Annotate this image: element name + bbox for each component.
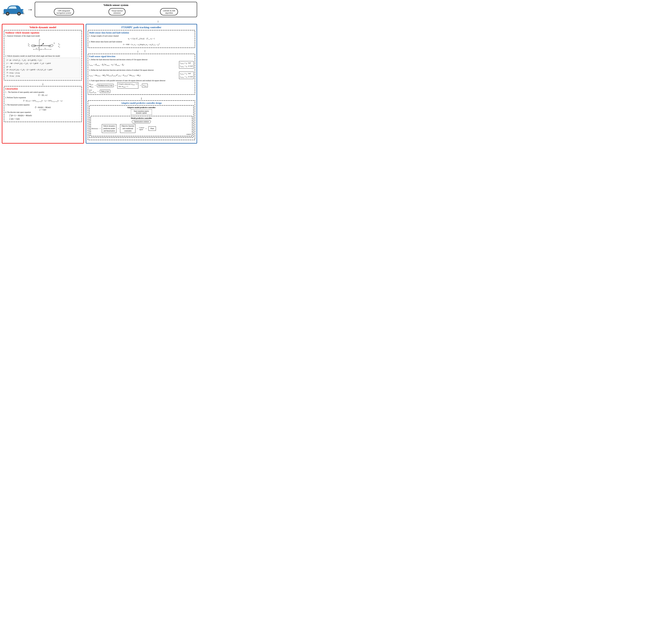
fusion-title: Multi-sensor data fusion and fault isola… [89,32,194,34]
nonlinear-title: Nonlinear vehicle dynamic equations [5,32,81,34]
svg-point-3 [7,13,9,15]
fault-eq2: γGPS,k = (ΔφGPS,k − Δφ̂i,k)T(HGPS,kPGPS,… [89,74,178,77]
mpc-title: Model predictive controller [92,117,191,119]
fault-eq2-row: γGPS,k = (ΔφGPS,k − Δφ̂i,k)T(HGPS,kPGPS,… [89,72,194,79]
svg-text:y: y [40,38,40,40]
residual-error-box: Residual error χ² test [97,84,114,87]
adaptive-inner-title: Adaptive model predictive controller [91,107,192,109]
lin-item3: 3. The linearized system equation [5,104,81,106]
main-content: Vehicle dynamic model Nonlinear vehicle … [2,24,197,144]
discrete-eqs: ⎧ ξ(k+1) = A(k)ξ(k) + B(k)u(k) ⎩ ζ(k) = … [9,114,81,121]
taylor-eq: ξ̇ = f(ξr,ur) + ∂f/∂ξ|ξ=ξr,u=ur(ξ − ξr) … [5,99,81,103]
fusion-box: Multi-sensor data fusion and fault isola… [88,30,195,48]
svg-rect-6 [23,10,24,11]
fusion-eq2: O = WMI = [w1,w2,···,wn]diag[m1,m2,···,m… [89,43,194,46]
fault-item2: 2. Define the fault detection function a… [89,69,194,71]
lin-eq3a: ξ̇ = A(t)ξ(t) + B(t)u(t) [5,106,81,108]
state-transition-box: State transition matrixdynamic update [131,109,152,115]
reference-label: Reference [92,127,98,130]
mpc-controller-box: Model predictive controller Optimization… [91,116,192,136]
left-down-arrow1: ↓ [4,82,82,86]
svg-point-5 [18,13,20,15]
svg-text:δf: δf [54,42,55,44]
lin-eq1: ξ̇ᵣ = f(ξᵣ, uᵣ) [5,94,81,96]
bidirectional-arrows: ↓ ↑ [88,49,195,53]
plant-label: Plant [151,127,154,130]
delta-phi-labels: ΔφGPS Δφ̂GPS [89,83,94,88]
fault-eq1: λGPS,k = (X̂GPS,k − X̂k)T(PGPS,k − Pk)−1… [89,63,178,66]
main-container: → Vehicle sensor system GPS integratedna… [2,2,197,144]
gps-sensor-item: GPS integratednavigation system [54,8,74,15]
main-arrow: → [27,6,33,13]
vehicle-dyn-box: Vehicle dynamicsprediction modeland line… [102,124,117,133]
nonlinear-item1: 1. Analysis Schematic of the single-trac… [5,35,81,37]
fault-detection-box: Fault sensor signal detection 1. Define … [88,54,195,95]
fault-decision-box: If fault is detected: mGPS = 0 else: mGP… [117,83,138,88]
svg-text:Lr: Lr [36,48,37,49]
fault-title: Fault sensor signal detection [89,55,194,58]
fusion-eq1: wj = 1/ [σj² Σni=1(1/σi²)] Σni=1 wi = 1 [89,37,194,40]
lin-eq3b: y = Cξ(t) [5,109,81,111]
lin-item4: 4. The discrete state space equation [5,111,81,113]
flow-row2: Ẋ, P X̂GPS,PGPS → State χ² test [89,89,194,94]
adaptive-inner-box: Adaptive model predictive controller Sta… [89,105,194,137]
sensor-items-row: GPS integratednavigation system Visual i… [37,8,195,15]
fault-flow-diagram: ΔφGPS Δφ̂GPS → Residual error χ² test → … [89,83,194,93]
svg-text:Fyf: Fyf [58,43,60,45]
optimization-solution-wrapper: Optimization solution [92,120,191,123]
state-test-box: State χ² test [100,90,110,93]
vehicle-dynamic-title: Vehicle dynamic model [4,26,82,29]
svg-text:Fxf: Fxf [58,46,60,48]
ftampc-title: FTAMPC path tracking controller [88,26,195,29]
fault-cond1: λGPS,k ≥ εβ, fault λGPS,k < εβ, no fault [179,61,194,69]
lidar-sensor-item: LIDAR SLAMalgorithm [160,8,178,15]
sensor-system-title: Vehicle sensor system [37,4,195,7]
linearization-box: Linearization 1．The function of state qu… [4,86,82,122]
obj-func-box: Objective functionand conditionalconstra… [120,124,135,133]
sensor-down-arrow: ↓ [119,19,197,23]
adaptive-title: Adaptive model predictive controller des… [89,102,194,105]
linearization-title: Linearization [5,87,81,90]
fusion-item2: 2. Multi-sensor data fusion and fault is… [89,41,194,42]
adaptive-outer-box: Adaptive model predictive controller des… [88,100,195,140]
dynamic-equations-block: ẋ = ẏφ + (2/m){CφSf − Ccf[δf − (ẏ+Lfφ̇)/… [5,58,81,78]
state-transition-box-wrapper: State transition matrixdynamic update [91,109,192,115]
mpc-bottom-row: Reference → Vehicle dynamicsprediction m… [92,124,191,133]
right-down-arrow1: ↓ [88,96,195,100]
fault-item3: 3. Fault signal detector with parallel s… [89,80,194,82]
nonlinear-item2: 2. Vehicle dynamics model on small front… [5,55,81,57]
lin-item1: 1．The function of state quantity and con… [5,91,81,94]
fault-eq1-row: λGPS,k = (X̂GPS,k − X̂k)T(PGPS,k − Pk)−1… [89,61,194,69]
flow-row1: ΔφGPS Δφ̂GPS → Residual error χ² test → … [89,83,194,88]
svg-text:φ: φ [38,47,39,48]
plant-box: Plant [148,126,156,131]
control-signal-label: Controlsignal [139,127,144,130]
single-track-schematic: y x o β [5,38,81,54]
xp-labels: Ẋ, P X̂GPS,PGPS [89,89,96,94]
fault-cond2: γGPS,k ≥ εd, fault γGPS,k < εd, no fault [179,72,194,79]
ftampc-section: FTAMPC path tracking controller Multi-se… [86,24,197,144]
vehicle-sensor-box: Vehicle sensor system GPS integratednavi… [35,2,197,17]
nonlinear-equations-box: Nonlinear vehicle dynamic equations 1. A… [4,30,82,81]
visual-sensor-item: Visual inertialodometer [108,8,125,15]
fusion-item1: 1. Assign weights of each sensor channel [89,35,194,37]
outputs-label: outputs [92,133,191,135]
lin-item2: 2. Perform Taylor expansion [5,97,81,98]
car-image [2,2,25,17]
top-section: → Vehicle sensor system GPS integratedna… [2,2,197,17]
m-gps-output: mGPS [142,84,148,87]
fault-item1: 1. Define the fault detection function a… [89,59,194,61]
optimization-solution-box: Optimization solution [132,120,151,123]
mpc-inner-box: Model predictive controller Optimization… [91,116,192,136]
svg-rect-7 [23,12,24,12]
svg-text:Lf: Lf [45,48,46,49]
vehicle-dynamic-model-section: Vehicle dynamic model Nonlinear vehicle … [2,24,84,144]
